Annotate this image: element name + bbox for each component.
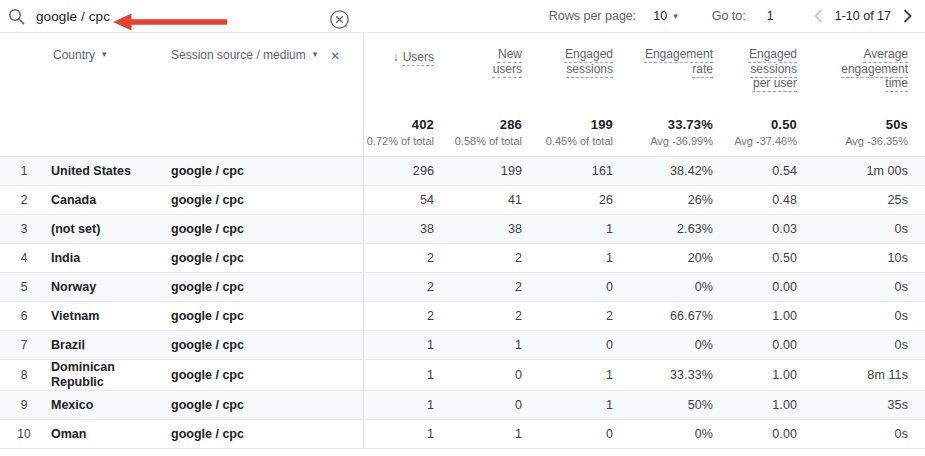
page-range-label: 1-10 of 17 xyxy=(835,9,891,23)
source-medium-cell: google / cpc xyxy=(165,244,363,272)
engaged-sessions-per-user-cell: 0.00 xyxy=(730,331,814,359)
country-header-label: Country xyxy=(53,48,95,62)
row-number: 7 xyxy=(0,331,48,359)
average-engagement-time-cell: 10s xyxy=(814,244,925,272)
users-cell: 296 xyxy=(363,157,451,185)
table-body: 1 United States google / cpc 296 199 161… xyxy=(0,157,925,449)
previous-page-icon[interactable] xyxy=(810,7,828,25)
clear-search-icon[interactable] xyxy=(329,9,350,30)
users-total: 402 0.72% of total xyxy=(364,117,434,147)
engaged-sessions-cell: 1 xyxy=(539,215,630,243)
users-cell: 2 xyxy=(363,302,451,330)
total-sublabel: 0.45% of total xyxy=(539,135,613,147)
red-annotation-arrow-icon xyxy=(112,12,232,36)
table-row: 10 Oman google / cpc 1 1 0 0% 0.00 0s xyxy=(0,420,925,449)
users-cell: 1 xyxy=(363,360,451,390)
goto-page-input[interactable]: 1 xyxy=(767,9,774,23)
total-sublabel: 0.72% of total xyxy=(364,135,434,147)
table-row: 9 Mexico google / cpc 1 0 1 50% 1.00 35s xyxy=(0,391,925,420)
new-users-cell: 38 xyxy=(451,215,539,243)
sort-descending-icon: ↓ xyxy=(393,50,399,64)
rows-per-page-select[interactable]: 10 ▾ xyxy=(653,9,677,23)
search-icon xyxy=(8,8,25,25)
engaged-sessions-cell: 161 xyxy=(539,157,630,185)
country-cell: United States xyxy=(48,157,165,185)
country-cell: Vietnam xyxy=(48,302,165,330)
users-cell: 2 xyxy=(363,273,451,301)
row-number: 2 xyxy=(0,186,48,214)
country-cell: (not set) xyxy=(48,215,165,243)
engagement-rate-cell: 38.42% xyxy=(630,157,730,185)
country-cell: Oman xyxy=(48,420,165,448)
rows-per-page-label: Rows per page: xyxy=(549,9,637,23)
table-toolbar: google / cpc Rows per page: 10 ▾ Go to: … xyxy=(0,0,925,33)
new-users-cell: 0 xyxy=(451,360,539,390)
table-row: 2 Canada google / cpc 54 41 26 26% 0.48 … xyxy=(0,186,925,215)
search-input[interactable]: google / cpc xyxy=(36,9,110,24)
average-engagement-time-cell: 0s xyxy=(814,331,925,359)
engagement-rate-cell: 26% xyxy=(630,186,730,214)
chevron-down-icon: ▾ xyxy=(102,50,107,59)
metric-header-label: Average engagement time xyxy=(814,47,908,91)
source-medium-cell: google / cpc xyxy=(165,420,363,448)
source-medium-cell: google / cpc xyxy=(165,273,363,301)
total-sublabel: Avg -36.99% xyxy=(630,135,713,147)
pagination-controls: Rows per page: 10 ▾ Go to: 1 1-10 of 17 xyxy=(549,7,925,25)
engaged-sessions-cell: 2 xyxy=(539,302,630,330)
table-header: Country ▾ Session source / medium ▾ ✕ ↓U… xyxy=(0,33,925,157)
engaged-sessions-cell: 26 xyxy=(539,186,630,214)
next-page-icon[interactable] xyxy=(898,7,916,25)
average-engagement-time-cell: 25s xyxy=(814,186,925,214)
new-users-cell: 2 xyxy=(451,244,539,272)
engaged-sessions-per-user-cell: 0.00 xyxy=(730,420,814,448)
new-users-column-header[interactable]: New users 286 0.58% of total xyxy=(451,33,539,156)
metric-header-label: Engaged sessions per user xyxy=(730,47,797,91)
country-dimension-header[interactable]: Country ▾ xyxy=(48,33,165,156)
users-cell: 38 xyxy=(363,215,451,243)
total-sublabel: Avg -36.35% xyxy=(814,135,908,147)
average-engagement-time-total: 50s Avg -36.35% xyxy=(814,117,908,147)
rows-per-page-value[interactable]: 10 xyxy=(653,9,667,23)
users-cell: 54 xyxy=(363,186,451,214)
engagement-rate-cell: 2.63% xyxy=(630,215,730,243)
country-cell: Brazil xyxy=(48,331,165,359)
source-medium-cell: google / cpc xyxy=(165,215,363,243)
engaged-sessions-per-user-cell: 1.00 xyxy=(730,391,814,419)
row-number: 3 xyxy=(0,215,48,243)
remove-dimension-icon[interactable]: ✕ xyxy=(330,49,340,63)
engaged-sessions-per-user-cell: 0.50 xyxy=(730,244,814,272)
country-cell: Dominican Republic xyxy=(48,360,165,390)
engagement-rate-column-header[interactable]: Engagement rate 33.73% Avg -36.99% xyxy=(630,33,730,156)
engaged-sessions-per-user-cell: 0.03 xyxy=(730,215,814,243)
engaged-sessions-per-user-cell: 0.54 xyxy=(730,157,814,185)
engagement-rate-cell: 66.67% xyxy=(630,302,730,330)
engaged-sessions-cell: 1 xyxy=(539,391,630,419)
row-number: 8 xyxy=(0,360,48,390)
engagement-rate-cell: 50% xyxy=(630,391,730,419)
table-row: 6 Vietnam google / cpc 2 2 2 66.67% 1.00… xyxy=(0,302,925,331)
average-engagement-time-cell: 1m 00s xyxy=(814,157,925,185)
row-number: 5 xyxy=(0,273,48,301)
average-engagement-time-cell: 0s xyxy=(814,420,925,448)
row-number: 9 xyxy=(0,391,48,419)
source-medium-cell: google / cpc xyxy=(165,157,363,185)
session-source-header-label: Session source / medium xyxy=(171,48,306,62)
engagement-rate-cell: 0% xyxy=(630,273,730,301)
users-cell: 1 xyxy=(363,420,451,448)
engaged-sessions-per-user-column-header[interactable]: Engaged sessions per user 0.50 Avg -37.4… xyxy=(730,33,814,156)
users-cell: 1 xyxy=(363,391,451,419)
table-row: 3 (not set) google / cpc 38 38 1 2.63% 0… xyxy=(0,215,925,244)
engaged-sessions-per-user-total: 0.50 Avg -37.46% xyxy=(730,117,797,147)
engaged-sessions-column-header[interactable]: Engaged sessions 199 0.45% of total xyxy=(539,33,630,156)
row-number: 1 xyxy=(0,157,48,185)
new-users-cell: 1 xyxy=(451,331,539,359)
engaged-sessions-per-user-cell: 1.00 xyxy=(730,360,814,390)
average-engagement-time-column-header[interactable]: Average engagement time 50s Avg -36.35% xyxy=(814,33,925,156)
average-engagement-time-cell: 35s xyxy=(814,391,925,419)
users-cell: 2 xyxy=(363,244,451,272)
users-column-header[interactable]: ↓Users 402 0.72% of total xyxy=(363,33,451,156)
source-medium-cell: google / cpc xyxy=(165,302,363,330)
session-source-dimension-header[interactable]: Session source / medium ▾ ✕ xyxy=(165,33,363,156)
total-value: 199 xyxy=(539,117,613,132)
engagement-rate-cell: 0% xyxy=(630,420,730,448)
